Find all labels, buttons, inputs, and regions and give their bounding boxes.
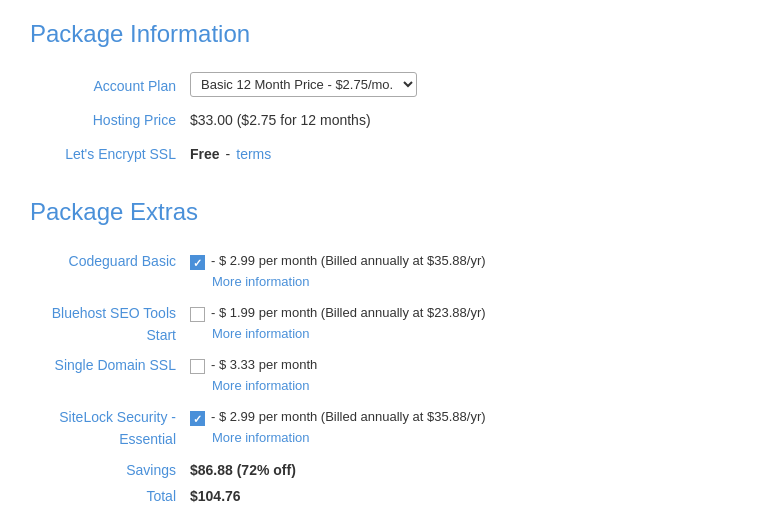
sitelock-checkbox[interactable] [190, 411, 205, 426]
account-plan-label: Account Plan [30, 72, 190, 100]
sitelock-price: - $ 2.99 per month (Billed annually at $… [211, 406, 486, 428]
sitelock-more-link[interactable]: More information [190, 428, 486, 448]
domain-ssl-checkbox[interactable] [190, 359, 205, 374]
codeguard-value: - $ 2.99 per month (Billed annually at $… [190, 250, 486, 300]
seo-tools-price: - $ 1.99 per month (Billed annually at $… [211, 302, 486, 324]
ssl-row: Let's Encrypt SSL Free - terms [30, 140, 745, 168]
sitelock-line: - $ 2.99 per month (Billed annually at $… [190, 406, 486, 428]
account-plan-row: Account Plan Basic 12 Month Price - $2.7… [30, 72, 745, 100]
ssl-label: Let's Encrypt SSL [30, 140, 190, 168]
sitelock-row: SiteLock Security - Essential - $ 2.99 p… [30, 406, 745, 456]
total-value: $104.76 [190, 484, 298, 508]
seo-tools-row: Bluehost SEO Tools Start - $ 1.99 per mo… [30, 302, 745, 352]
domain-ssl-price: - $ 3.33 per month [211, 354, 317, 376]
codeguard-checkbox[interactable] [190, 255, 205, 270]
codeguard-label: Codeguard Basic [30, 250, 190, 272]
sitelock-value: - $ 2.99 per month (Billed annually at $… [190, 406, 486, 456]
hosting-price-row: Hosting Price $33.00 ($2.75 for 12 month… [30, 106, 745, 134]
seo-tools-line: - $ 1.99 per month (Billed annually at $… [190, 302, 486, 324]
domain-ssl-label: Single Domain SSL [30, 354, 190, 376]
ssl-value: Free - terms [190, 140, 271, 168]
codeguard-row: Codeguard Basic - $ 2.99 per month (Bill… [30, 250, 745, 300]
domain-ssl-row: Single Domain SSL - $ 3.33 per month Mor… [30, 354, 745, 404]
sitelock-label: SiteLock Security - Essential [30, 406, 190, 450]
domain-ssl-value: - $ 3.33 per month More information [190, 354, 317, 404]
package-extras-title: Package Extras [30, 198, 745, 232]
seo-tools-value: - $ 1.99 per month (Billed annually at $… [190, 302, 486, 352]
account-plan-select[interactable]: Basic 12 Month Price - $2.75/mo. Basic 2… [190, 72, 417, 97]
savings-value: $86.88 (72% off) [190, 458, 296, 482]
ssl-free-text: Free [190, 140, 220, 168]
ssl-terms-link[interactable]: terms [236, 140, 271, 168]
account-plan-value: Basic 12 Month Price - $2.75/mo. Basic 2… [190, 72, 417, 97]
domain-ssl-line: - $ 3.33 per month [190, 354, 317, 376]
seo-tools-checkbox[interactable] [190, 307, 205, 322]
package-extras-section: Package Extras Codeguard Basic - $ 2.99 … [30, 198, 745, 510]
seo-tools-more-link[interactable]: More information [190, 324, 486, 344]
codeguard-more-link[interactable]: More information [190, 272, 486, 292]
hosting-price-value: $33.00 ($2.75 for 12 months) [190, 106, 371, 134]
domain-ssl-more-link[interactable]: More information [190, 376, 317, 396]
package-information-section: Package Information Account Plan Basic 1… [30, 20, 745, 168]
total-label: Total [30, 484, 190, 508]
total-row: Total $104.76 Add tax exemption [30, 484, 745, 510]
codeguard-price: - $ 2.99 per month (Billed annually at $… [211, 250, 486, 272]
hosting-price-label: Hosting Price [30, 106, 190, 134]
savings-row: Savings $86.88 (72% off) [30, 458, 745, 482]
ssl-dash: - [226, 140, 231, 168]
total-value-col: $104.76 Add tax exemption [190, 484, 298, 510]
savings-label: Savings [30, 458, 190, 482]
package-info-title: Package Information [30, 20, 745, 54]
codeguard-line: - $ 2.99 per month (Billed annually at $… [190, 250, 486, 272]
package-info-table: Account Plan Basic 12 Month Price - $2.7… [30, 72, 745, 168]
seo-tools-label: Bluehost SEO Tools Start [30, 302, 190, 346]
